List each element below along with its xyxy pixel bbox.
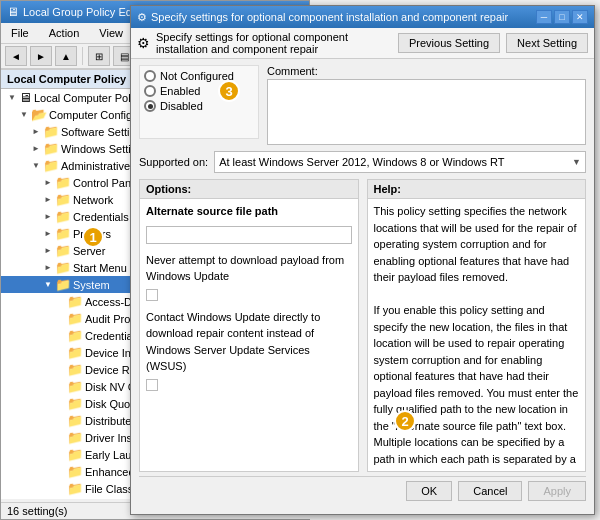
option-1: Alternate source file path bbox=[146, 203, 352, 220]
tree-icon-9: 📁 bbox=[55, 243, 71, 258]
gpe-title-group: 🖥 Local Group Policy Editor bbox=[7, 5, 147, 19]
tree-icon-3: 📁 bbox=[43, 141, 59, 156]
tree-icon-24: 📁 bbox=[67, 498, 83, 499]
dialog-win-controls: ─ □ ✕ bbox=[536, 10, 588, 24]
tree-icon-19: 📁 bbox=[67, 413, 83, 428]
option-3-checkbox[interactable] bbox=[146, 379, 158, 391]
radio-enabled-label: Enabled bbox=[160, 85, 200, 97]
tree-toggle-21 bbox=[53, 448, 67, 462]
supported-value: At least Windows Server 2012, Windows 8 … bbox=[214, 151, 586, 173]
option-2-checkbox[interactable] bbox=[146, 289, 158, 301]
tree-toggle-10: ► bbox=[41, 261, 55, 275]
toolbar-show-hide[interactable]: ⊞ bbox=[88, 46, 110, 66]
comment-section: Comment: bbox=[267, 65, 586, 145]
tree-icon-14: 📁 bbox=[67, 328, 83, 343]
tree-icon-20: 📁 bbox=[67, 430, 83, 445]
radio-not-configured[interactable]: Not Configured bbox=[144, 70, 254, 82]
tree-icon-2: 📁 bbox=[43, 124, 59, 139]
supported-label: Supported on: bbox=[139, 156, 208, 168]
toolbar-back[interactable]: ◄ bbox=[5, 46, 27, 66]
tree-icon-1: 📂 bbox=[31, 107, 47, 122]
dialog-titlebar: ⚙ Specify settings for optional componen… bbox=[131, 6, 594, 28]
tree-icon-4: 📁 bbox=[43, 158, 59, 173]
settings-dialog: ⚙ Specify settings for optional componen… bbox=[130, 5, 595, 515]
tree-toggle-4: ▼ bbox=[29, 159, 43, 173]
tree-toggle-20 bbox=[53, 431, 67, 445]
dialog-close-button[interactable]: ✕ bbox=[572, 10, 588, 24]
apply-button[interactable]: Apply bbox=[528, 481, 586, 501]
gpe-title-text: Local Group Policy Editor bbox=[23, 6, 147, 18]
supported-section: Supported on: At least Windows Server 20… bbox=[139, 151, 586, 173]
help-header: Help: bbox=[368, 180, 586, 199]
radio-disabled[interactable]: Disabled bbox=[144, 100, 254, 112]
cancel-button[interactable]: Cancel bbox=[458, 481, 522, 501]
tree-icon-6: 📁 bbox=[55, 192, 71, 207]
ok-button[interactable]: OK bbox=[406, 481, 452, 501]
menu-action[interactable]: Action bbox=[43, 25, 86, 41]
tree-toggle-2: ► bbox=[29, 125, 43, 139]
tree-icon-8: 📁 bbox=[55, 226, 71, 241]
supported-dropdown-icon: ▼ bbox=[572, 157, 581, 167]
tree-toggle-18 bbox=[53, 397, 67, 411]
tree-toggle-11: ▼ bbox=[41, 278, 55, 292]
dialog-buttons: OK Cancel Apply bbox=[139, 476, 586, 503]
tree-toggle-9: ► bbox=[41, 244, 55, 258]
radio-enabled-circle bbox=[144, 85, 156, 97]
panels-section: Options: Alternate source file path Neve… bbox=[139, 179, 586, 472]
tree-toggle-19 bbox=[53, 414, 67, 428]
tree-toggle-8: ► bbox=[41, 227, 55, 241]
options-header: Options: bbox=[140, 180, 358, 199]
tree-icon-0: 🖥 bbox=[19, 90, 32, 105]
tree-toggle-13 bbox=[53, 312, 67, 326]
tree-toggle-5: ► bbox=[41, 176, 55, 190]
option-3: Contact Windows Update directly to downl… bbox=[146, 309, 352, 375]
menu-view[interactable]: View bbox=[93, 25, 129, 41]
tree-icon-12: 📁 bbox=[67, 294, 83, 309]
badge-3: 3 bbox=[218, 80, 240, 102]
tree-toggle-0: ▼ bbox=[5, 91, 19, 105]
tree-toggle-14 bbox=[53, 329, 67, 343]
tree-icon-5: 📁 bbox=[55, 175, 71, 190]
tree-icon-10: 📁 bbox=[55, 260, 71, 275]
tree-icon-18: 📁 bbox=[67, 396, 83, 411]
comment-label: Comment: bbox=[267, 65, 586, 77]
radio-disabled-circle bbox=[144, 100, 156, 112]
toolbar-forward[interactable]: ► bbox=[30, 46, 52, 66]
dialog-toolbar-icon: ⚙ bbox=[137, 35, 150, 51]
tree-label-6: Network bbox=[73, 194, 113, 206]
tree-icon-16: 📁 bbox=[67, 362, 83, 377]
tree-toggle-16 bbox=[53, 363, 67, 377]
tree-toggle-3: ► bbox=[29, 142, 43, 156]
tree-toggle-22 bbox=[53, 465, 67, 479]
comment-textarea[interactable] bbox=[267, 79, 586, 145]
tree-toggle-15 bbox=[53, 346, 67, 360]
gpe-title-icon: 🖥 bbox=[7, 5, 19, 19]
tree-toggle-6: ► bbox=[41, 193, 55, 207]
tree-toggle-24 bbox=[53, 499, 67, 500]
tree-toggle-12 bbox=[53, 295, 67, 309]
dialog-maximize-button[interactable]: □ bbox=[554, 10, 570, 24]
dialog-toolbar: ⚙ Specify settings for optional componen… bbox=[131, 28, 594, 59]
option-input[interactable] bbox=[146, 226, 352, 244]
badge-2: 2 bbox=[394, 410, 416, 432]
dialog-title-group: ⚙ Specify settings for optional componen… bbox=[137, 11, 508, 24]
toolbar-up[interactable]: ▲ bbox=[55, 46, 77, 66]
tree-toggle-23 bbox=[53, 482, 67, 496]
tree-toggle-1: ▼ bbox=[17, 108, 31, 122]
next-setting-button[interactable]: Next Setting bbox=[506, 33, 588, 53]
option-2: Never attempt to download payload from W… bbox=[146, 252, 352, 285]
prev-setting-button[interactable]: Previous Setting bbox=[398, 33, 500, 53]
options-panel: Options: Alternate source file path Neve… bbox=[139, 179, 359, 472]
menu-file[interactable]: File bbox=[5, 25, 35, 41]
options-content: Alternate source file path Never attempt… bbox=[140, 199, 358, 471]
dialog-minimize-button[interactable]: ─ bbox=[536, 10, 552, 24]
tree-icon-15: 📁 bbox=[67, 345, 83, 360]
dialog-content: Not Configured Enabled Disabled Comment:… bbox=[131, 59, 594, 509]
top-section: Not Configured Enabled Disabled Comment: bbox=[139, 65, 586, 145]
radio-disabled-label: Disabled bbox=[160, 100, 203, 112]
tree-icon-11: 📁 bbox=[55, 277, 71, 292]
tree-icon-22: 📁 bbox=[67, 464, 83, 479]
radio-group: Not Configured Enabled Disabled bbox=[139, 65, 259, 139]
dialog-title-icon: ⚙ bbox=[137, 11, 147, 24]
tree-toggle-17 bbox=[53, 380, 67, 394]
